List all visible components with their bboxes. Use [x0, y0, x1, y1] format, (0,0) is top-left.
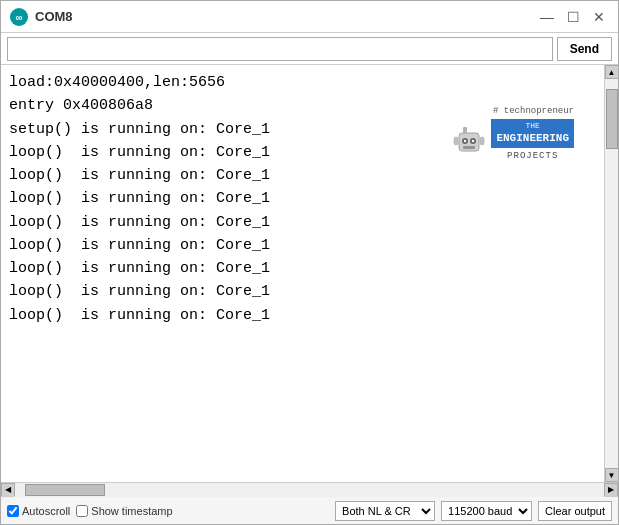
logo-overlay: # technopreneur	[451, 105, 574, 164]
input-bar: Send	[1, 33, 618, 65]
h-scroll-thumb[interactable]	[25, 484, 105, 496]
logo-text: THE ENGINEERING PROJECTS	[491, 119, 574, 164]
scroll-left-button[interactable]: ◀	[1, 483, 15, 497]
scroll-up-button[interactable]: ▲	[605, 65, 619, 79]
output-area: load:0x40000400,len:5656 entry 0x400806a…	[1, 65, 618, 482]
logo-engineering-text: ENGINEERING	[496, 132, 569, 144]
baud-rate-select[interactable]: 115200 baud 9600 baud 57600 baud 230400 …	[441, 501, 532, 521]
maximize-button[interactable]: ☐	[562, 6, 584, 28]
timestamp-text: Show timestamp	[91, 505, 172, 517]
send-button[interactable]: Send	[557, 37, 612, 61]
svg-point-9	[464, 140, 466, 142]
svg-rect-6	[463, 146, 475, 149]
autoscroll-text: Autoscroll	[22, 505, 70, 517]
output-line: loop() is running on: Core_1	[9, 187, 596, 210]
main-window: ∞ COM8 — ☐ ✕ Send load:0x40000400,len:56…	[0, 0, 619, 525]
robot-icon	[451, 123, 487, 159]
output-line: loop() is running on: Core_1	[9, 234, 596, 257]
minimize-button[interactable]: —	[536, 6, 558, 28]
logo-hashtag: # technopreneur	[451, 105, 574, 119]
output-line: loop() is running on: Core_1	[9, 257, 596, 280]
timestamp-checkbox[interactable]	[76, 505, 88, 517]
output-line: loop() is running on: Core_1	[9, 211, 596, 234]
svg-point-10	[472, 140, 474, 142]
autoscroll-label[interactable]: Autoscroll	[7, 505, 70, 517]
serial-input[interactable]	[7, 37, 553, 61]
window-title: COM8	[35, 9, 536, 24]
output-line: loop() is running on: Core_1	[9, 164, 596, 187]
autoscroll-checkbox[interactable]	[7, 505, 19, 517]
clear-output-button[interactable]: Clear output	[538, 501, 612, 521]
vertical-scrollbar[interactable]: ▲ ▼	[604, 65, 618, 482]
timestamp-label[interactable]: Show timestamp	[76, 505, 172, 517]
h-scroll-track	[15, 483, 604, 497]
close-button[interactable]: ✕	[588, 6, 610, 28]
logo-main: THE ENGINEERING PROJECTS	[451, 119, 574, 164]
scroll-right-button[interactable]: ▶	[604, 483, 618, 497]
scroll-down-button[interactable]: ▼	[605, 468, 619, 482]
title-bar: ∞ COM8 — ☐ ✕	[1, 1, 618, 33]
svg-rect-7	[454, 137, 458, 145]
horizontal-scrollbar[interactable]: ◀ ▶	[1, 482, 618, 496]
arduino-icon: ∞	[9, 7, 29, 27]
scroll-thumb-area	[605, 79, 618, 468]
output-line: loop() is running on: Core_1	[9, 304, 596, 327]
status-bar: Autoscroll Show timestamp Both NL & CR N…	[1, 496, 618, 524]
window-controls: — ☐ ✕	[536, 6, 610, 28]
output-content: load:0x40000400,len:5656 entry 0x400806a…	[1, 65, 604, 482]
svg-rect-8	[480, 137, 484, 145]
svg-text:∞: ∞	[15, 12, 22, 23]
output-line: load:0x40000400,len:5656	[9, 71, 596, 94]
logo-the: THE	[496, 121, 569, 131]
logo-projects: PROJECTS	[491, 150, 574, 164]
scroll-thumb[interactable]	[606, 89, 618, 149]
svg-rect-3	[463, 127, 467, 133]
output-line: loop() is running on: Core_1	[9, 280, 596, 303]
logo-engineering: THE ENGINEERING	[491, 119, 574, 148]
line-ending-select[interactable]: Both NL & CR No line ending Newline Carr…	[335, 501, 435, 521]
